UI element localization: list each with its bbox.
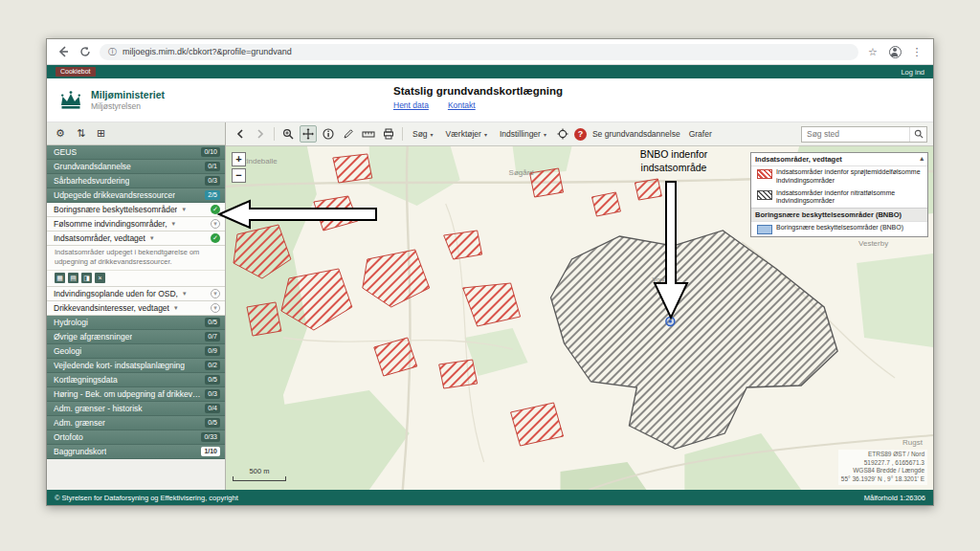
- layer-group-row[interactable]: Udpegede drikkevandsressourcer2/5: [47, 188, 225, 203]
- layer-group-row[interactable]: Høring - Bek. om udpegning af drikkevand…: [47, 387, 225, 402]
- history-forward-icon[interactable]: [252, 125, 269, 143]
- layer-group-row[interactable]: Ortofoto0/33: [47, 430, 225, 445]
- layer-options-caret-icon[interactable]: ▾: [150, 234, 154, 242]
- browser-back-icon[interactable]: [56, 44, 71, 59]
- layer-label: Øvrige afgrænsninger: [54, 332, 132, 342]
- coord-system-1: ETRS89 ØST / Nord: [841, 451, 924, 459]
- sort-layers-icon[interactable]: ⇅: [77, 127, 85, 140]
- expand-all-icon[interactable]: ⊞: [97, 127, 105, 140]
- layer-group-row[interactable]: Kortlægningsdata0/5: [47, 373, 225, 387]
- layer-row[interactable]: Drikkevandsinteresser, vedtaget▾▾: [47, 301, 225, 316]
- zoom-out-button[interactable]: −: [232, 168, 246, 183]
- layer-options-caret-icon[interactable]: ▾: [174, 304, 178, 312]
- layer-tool-table-button[interactable]: ▤: [68, 273, 78, 283]
- legend-item: Indsatsområder indenfor nitratfølsomme i…: [751, 187, 927, 209]
- coord-system-2: WGS84 Bredde / Længde: [841, 467, 924, 475]
- layer-group-row[interactable]: Geologi0/9: [47, 344, 225, 359]
- layer-disabled-toggle-icon[interactable]: ▾: [211, 219, 220, 229]
- layer-label: Indsatsområder, vedtaget: [54, 233, 145, 243]
- layer-options-caret-icon[interactable]: ▾: [183, 290, 187, 298]
- layer-group-row[interactable]: Øvrige afgrænsninger0/7: [47, 330, 225, 344]
- layer-group-row[interactable]: Baggrundskort1/10: [47, 445, 225, 459]
- legend-section-indsatsomrader[interactable]: Indsatsområder, vedtaget ▴: [751, 153, 927, 166]
- grafer-link[interactable]: Grafer: [686, 129, 715, 139]
- layer-group-row[interactable]: Sårbarhedsvurdering0/3: [47, 174, 225, 188]
- layer-tool-split-button[interactable]: ◨: [81, 273, 92, 283]
- measure-ruler-icon[interactable]: [360, 125, 377, 143]
- history-back-icon[interactable]: [232, 125, 249, 143]
- cookiebot-brand[interactable]: Cookiebot: [56, 67, 96, 77]
- layer-disabled-toggle-icon[interactable]: ▾: [211, 289, 220, 298]
- bookmark-star-icon[interactable]: ☆: [865, 44, 880, 59]
- place-search: [801, 126, 927, 143]
- layer-row[interactable]: Boringsnære beskyttelsesområder▾✓: [47, 203, 225, 217]
- login-link[interactable]: Log ind: [901, 68, 924, 77]
- pan-hand-icon[interactable]: [300, 125, 317, 143]
- layer-row[interactable]: Indsatsområder, vedtaget▾✓: [47, 231, 225, 246]
- layer-enabled-check-icon[interactable]: ✓: [211, 233, 220, 243]
- ministry-name: Miljøministeriet: [91, 89, 165, 101]
- layer-group-row[interactable]: GEUS0/10: [47, 145, 225, 160]
- kontakt-link[interactable]: Kontakt: [448, 100, 476, 110]
- layer-label: Geologi: [54, 346, 81, 356]
- coord-value-2: 55° 36.1929' N , 9° 18.3201' E: [841, 475, 924, 484]
- layer-count-badge: 0/5: [205, 418, 220, 428]
- print-icon[interactable]: [380, 125, 397, 143]
- layer-sidebar: ⚙ ⇅ ⊞ GEUS0/10Grundvandsdannelse0/1Sårba…: [47, 122, 226, 490]
- sog-menu[interactable]: Søg ▾: [408, 129, 438, 139]
- map-area: Søg ▾ Værktøjer ▾ Indstillinger ▾ ? Se g…: [226, 122, 933, 490]
- layer-label: Baggrundskort: [54, 447, 106, 456]
- browser-menu-icon[interactable]: ⋮: [909, 44, 924, 59]
- agency-name: Miljøstyrelsen: [91, 101, 165, 111]
- vaerktojer-menu[interactable]: Værktøjer ▾: [441, 129, 492, 139]
- browser-reload-icon[interactable]: [78, 44, 93, 59]
- layer-tool-chart-button[interactable]: ▦: [55, 273, 65, 283]
- layer-options-caret-icon[interactable]: ▾: [182, 206, 186, 213]
- site-info-icon[interactable]: ⓘ: [108, 46, 117, 58]
- layer-group-row[interactable]: Adm. grænser0/5: [47, 416, 225, 430]
- layer-tool-close-button[interactable]: ×: [95, 273, 105, 283]
- settings-gear-icon[interactable]: ⚙: [56, 127, 65, 140]
- sog-menu-label: Søg: [412, 129, 428, 139]
- legend-swatch-red-hatch: [757, 169, 772, 179]
- help-icon[interactable]: ?: [574, 128, 587, 141]
- hent-data-link[interactable]: Hent data: [393, 100, 429, 110]
- indstillinger-menu[interactable]: Indstillinger ▾: [495, 129, 551, 139]
- map-label-rindeballe: Rindeballe: [241, 157, 278, 165]
- layer-count-badge: 0/7: [205, 332, 220, 342]
- layer-disabled-toggle-icon[interactable]: ▾: [211, 303, 220, 313]
- layer-group-row[interactable]: Vejledende kort- indsatsplanlægning0/2: [47, 359, 225, 373]
- desktop: { "browser": { "url": "miljoegis.mim.dk/…: [0, 0, 980, 551]
- address-bar[interactable]: ⓘ miljoegis.mim.dk/cbkort?&profile=grund…: [100, 44, 858, 60]
- se-grundvandsdannelse-link[interactable]: Se grundvandsdannelse: [590, 129, 683, 139]
- coord-value-1: 519227.7 , 6165671.3: [841, 459, 924, 468]
- layer-enabled-check-icon[interactable]: ✓: [211, 205, 220, 214]
- layer-options-caret-icon[interactable]: ▾: [172, 220, 176, 228]
- coordinates-target-icon[interactable]: [554, 125, 571, 143]
- bnbo-marker[interactable]: [666, 318, 675, 326]
- legend-section-bnbo[interactable]: Boringsnære beskyttelsesområder (BNBO): [751, 208, 927, 222]
- legend-section-title: Boringsnære beskyttelsesområder (BNBO): [755, 210, 902, 219]
- layer-row[interactable]: Indvindingsoplande uden for OSD,▾▾: [47, 287, 225, 301]
- layer-label: Adm. grænser: [54, 418, 105, 428]
- search-icon[interactable]: [909, 127, 926, 142]
- identify-info-icon[interactable]: [320, 125, 337, 143]
- place-search-input[interactable]: [802, 129, 909, 139]
- profile-avatar-icon[interactable]: [887, 44, 902, 59]
- zoom-box-icon[interactable]: [279, 125, 297, 143]
- map-view: Rindeballe Søgård Vesterby Vork Rugst + …: [226, 146, 933, 490]
- copyright-text: © Styrelsen for Dataforsyning og Effekti…: [55, 494, 238, 502]
- zoom-in-button[interactable]: +: [232, 152, 246, 166]
- layer-count-badge: 0/9: [205, 346, 220, 356]
- layer-count-badge: 0/2: [205, 361, 220, 370]
- layer-group-row[interactable]: Grundvandsdannelse0/1: [47, 160, 225, 174]
- layer-label: Vejledende kort- indsatsplanlægning: [54, 361, 185, 370]
- scale-label: 500 m: [233, 467, 286, 475]
- layer-row[interactable]: Følsomme indvindingsområder,▾▾: [47, 217, 225, 231]
- draw-pencil-icon[interactable]: [340, 125, 357, 143]
- layer-count-badge: 0/3: [205, 389, 220, 399]
- legend-swatch-blue: [757, 225, 772, 234]
- layer-group-row[interactable]: Hydrologi0/5: [47, 316, 225, 330]
- layer-group-row[interactable]: Adm. grænser - historisk0/4: [47, 402, 225, 416]
- legend-collapse-icon[interactable]: ▴: [920, 155, 924, 163]
